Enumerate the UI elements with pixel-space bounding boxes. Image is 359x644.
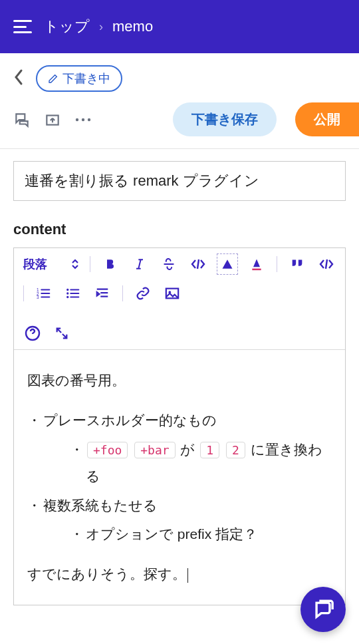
- action-row-bottom: 下書き保存 公開: [0, 98, 359, 148]
- svg-point-10: [66, 296, 68, 298]
- help-icon[interactable]: [23, 324, 42, 343]
- section-label: content: [13, 221, 346, 238]
- unordered-list-icon[interactable]: [64, 284, 82, 303]
- svg-point-2: [82, 118, 84, 120]
- bold-icon[interactable]: [101, 255, 120, 273]
- draft-status-label: 下書き中: [62, 71, 110, 86]
- toolbar-separator: [90, 256, 90, 272]
- list-item: 複数系統もたせる オプションで prefix 指定？: [27, 492, 332, 548]
- more-icon[interactable]: [74, 117, 92, 122]
- svg-point-9: [66, 292, 68, 294]
- fullscreen-icon[interactable]: [53, 324, 71, 343]
- svg-point-8: [66, 289, 68, 291]
- title-input[interactable]: 連番を割り振る remark プラグイン: [13, 161, 346, 201]
- ordered-list-icon[interactable]: 123: [35, 284, 53, 303]
- svg-point-1: [76, 118, 78, 120]
- editor-content[interactable]: 図表の番号用。 プレースホルダー的なもの +foo +bar が 1 2 に置き…: [14, 350, 345, 605]
- breadcrumb: トップ › memo: [44, 17, 153, 37]
- text-cursor: [187, 568, 188, 583]
- breadcrumb-current[interactable]: memo: [112, 18, 153, 35]
- comments-icon[interactable]: [13, 111, 31, 128]
- highlight-icon[interactable]: [218, 255, 237, 273]
- toolbar-separator: [23, 285, 24, 301]
- draft-status-chip[interactable]: 下書き中: [36, 65, 122, 92]
- breadcrumb-root[interactable]: トップ: [44, 17, 90, 37]
- save-draft-button[interactable]: 下書き保存: [173, 102, 277, 136]
- list-item: +foo +bar が 1 2 に置き換わる: [70, 436, 332, 490]
- toolbar-separator: [122, 285, 123, 301]
- paragraph: すでにありそう。探す。: [27, 561, 332, 587]
- inline-code: 1: [200, 442, 219, 458]
- chevron-right-icon: ›: [99, 20, 103, 34]
- open-external-icon[interactable]: [44, 111, 61, 128]
- app-header: トップ › memo: [0, 0, 359, 53]
- inline-code: +foo: [87, 442, 128, 458]
- publish-button[interactable]: 公開: [295, 102, 359, 136]
- quote-icon[interactable]: [288, 255, 306, 273]
- divider: [0, 148, 359, 149]
- paragraph: 図表の番号用。: [27, 367, 332, 394]
- svg-rect-4: [252, 269, 261, 271]
- inline-code: 2: [226, 442, 245, 458]
- indent-icon[interactable]: [93, 284, 112, 303]
- list-item: プレースホルダー的なもの +foo +bar が 1 2 に置き換わる: [27, 407, 332, 490]
- italic-icon[interactable]: [130, 255, 149, 273]
- block-type-label: 段落: [23, 256, 47, 272]
- editor-toolbar: 段落 123: [14, 248, 345, 350]
- toolbar-separator: [277, 256, 277, 272]
- link-icon[interactable]: [134, 284, 152, 303]
- editor: 段落 123 図表の番号用。 プレースホルダー的なもの: [13, 247, 346, 605]
- image-icon[interactable]: [163, 284, 181, 303]
- code-block-icon[interactable]: [317, 255, 336, 273]
- text-color-icon[interactable]: [247, 255, 266, 273]
- block-type-select[interactable]: 段落: [23, 256, 79, 272]
- svg-text:3: 3: [37, 295, 39, 299]
- strikethrough-icon[interactable]: [160, 255, 178, 273]
- action-row-top: 下書き中: [0, 53, 359, 98]
- chat-fab[interactable]: [300, 587, 346, 632]
- back-button[interactable]: [13, 69, 24, 88]
- menu-icon[interactable]: [13, 20, 32, 33]
- inline-code: +bar: [134, 442, 175, 458]
- list-item: オプションで prefix 指定？: [70, 521, 332, 548]
- code-icon[interactable]: [189, 255, 207, 273]
- svg-point-3: [88, 118, 90, 120]
